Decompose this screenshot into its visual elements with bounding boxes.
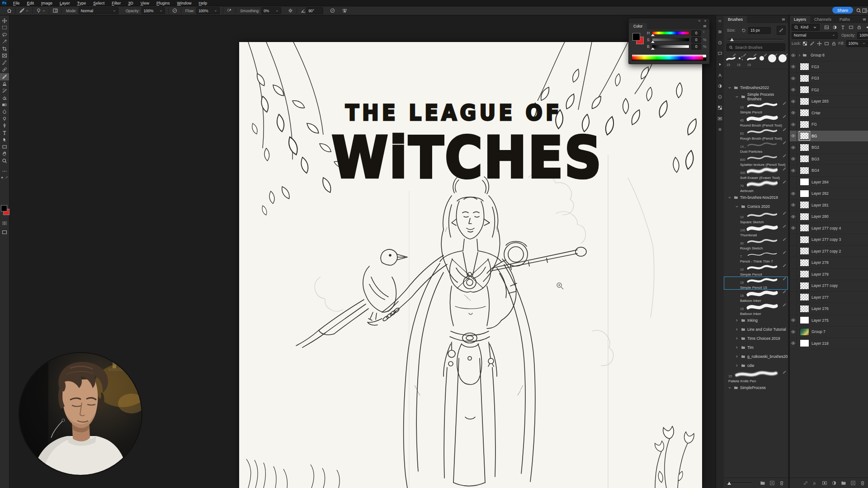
paint-symmetry-icon[interactable] xyxy=(342,8,348,14)
brush-folder-tim[interactable]: Tim xyxy=(724,343,788,352)
close-panel-icon[interactable] xyxy=(703,19,707,23)
flagged-filter-icon[interactable] xyxy=(865,25,868,30)
layer-visibility-toggle[interactable] xyxy=(790,165,797,176)
layer-row-bg2[interactable]: BG2 xyxy=(790,142,868,154)
layer-row-layer-279[interactable]: Layer 279 xyxy=(790,269,868,281)
layer-row-layer-284[interactable]: Layer 284 xyxy=(790,177,868,188)
preview-size-slider[interactable] xyxy=(726,480,752,486)
brush-folder-g-rutkowski-brushes201[interactable]: g_rutkowski_brushes201... xyxy=(724,352,788,361)
layer-visibility-toggle[interactable] xyxy=(790,96,797,107)
collapse-panel-icon[interactable] xyxy=(698,19,701,23)
hand-tool[interactable] xyxy=(0,150,9,158)
layer-row-group-7[interactable]: Group 7 xyxy=(790,326,868,338)
menu-view[interactable]: View xyxy=(137,1,153,5)
color-spectrum-ramp[interactable] xyxy=(632,54,707,61)
character-icon[interactable] xyxy=(716,70,724,80)
chevron-down-icon[interactable] xyxy=(727,385,732,390)
layer-row-layer-281[interactable]: Layer 281 xyxy=(790,200,868,211)
menu-window[interactable]: Window xyxy=(174,1,195,5)
layer-visibility-toggle[interactable] xyxy=(790,338,797,349)
color-slider-h[interactable]: H 0 ° xyxy=(647,30,707,36)
layer-row-fg3[interactable]: FG3 xyxy=(790,73,868,84)
chevron-right-icon[interactable] xyxy=(735,354,739,359)
brush-folder-line-and-color-tutorial[interactable]: Line and Color Tutorial xyxy=(724,325,788,334)
opacity-field[interactable]: 100% xyxy=(142,7,165,14)
slider-value[interactable]: 0 xyxy=(691,37,701,43)
slider-track[interactable] xyxy=(652,45,689,48)
layer-thumbnail[interactable] xyxy=(800,247,809,255)
path-selection-tool[interactable] xyxy=(0,136,9,144)
recent-brush-3[interactable]: 15 xyxy=(746,53,756,67)
brush-size-field[interactable]: 15 px xyxy=(748,27,771,34)
tab-paths[interactable]: Paths xyxy=(835,16,854,23)
brush-angle-field[interactable]: 90° xyxy=(306,7,323,14)
marquee-tool[interactable] xyxy=(0,24,9,32)
layer-row-group-8[interactable]: Group 8 xyxy=(790,50,868,61)
brush-simple-pencil[interactable]: 10 Simple Pencil xyxy=(724,263,788,277)
layer-row-fg2[interactable]: FG2 xyxy=(790,84,868,96)
brush-pallete-knife-pen[interactable]: 15 Pallete Knife Pen xyxy=(724,370,788,383)
chevron-right-icon[interactable] xyxy=(797,53,802,57)
airbrush-icon[interactable] xyxy=(226,8,232,14)
brush-tool[interactable] xyxy=(0,73,9,80)
layer-thumbnail[interactable] xyxy=(800,98,809,105)
slider-thumb[interactable] xyxy=(651,34,655,36)
brush-folder-timbrushes2022[interactable]: TimBrushes2022 xyxy=(724,83,788,92)
layer-thumbnail[interactable] xyxy=(800,236,809,244)
brush-folder-tims-choices-2019[interactable]: Tims Choices 2019 xyxy=(724,334,788,343)
workspace-chevron-icon[interactable] xyxy=(865,9,868,13)
chevron-down-icon[interactable] xyxy=(735,204,739,209)
layer-row-layer-278[interactable]: Layer 278 xyxy=(790,257,868,269)
gradient-tool[interactable] xyxy=(0,101,9,108)
layer-visibility-toggle[interactable] xyxy=(790,188,797,199)
brush-folder-simple-process-brushes[interactable]: Simple Process Brushes xyxy=(724,92,788,101)
brush-folder-tim-brushes-nov2019[interactable]: Tim-brushes-Nov2019 xyxy=(724,193,788,202)
layer-thumbnail[interactable] xyxy=(800,144,809,151)
brush-airbrush[interactable]: 70 Airbrush xyxy=(724,180,788,193)
shape-layers-filter-icon[interactable] xyxy=(849,25,854,30)
layer-row-layer-277-copy-4[interactable]: Layer 277 copy 4 xyxy=(790,223,868,235)
brush-rough-sketch[interactable]: 30 Rough Sketch xyxy=(724,237,788,250)
slider-thumb[interactable] xyxy=(651,47,655,50)
menu-3d[interactable]: 3D xyxy=(124,1,137,5)
layer-thumbnail[interactable] xyxy=(800,75,809,82)
layer-visibility-toggle[interactable] xyxy=(790,119,797,130)
tab-layers[interactable]: Layers xyxy=(790,16,810,23)
delete-layer-icon[interactable] xyxy=(860,480,865,486)
add-adjustment-layer-icon[interactable] xyxy=(831,480,837,486)
layer-row-layer-276[interactable]: Layer 276 xyxy=(790,303,868,315)
slider-track[interactable] xyxy=(652,38,689,42)
chevron-down-icon[interactable] xyxy=(735,94,739,99)
layer-opacity-field[interactable]: 100% xyxy=(857,32,868,39)
layer-visibility-toggle[interactable] xyxy=(790,108,797,119)
layer-filter-select[interactable]: Kind xyxy=(792,24,820,31)
menu-file[interactable]: File xyxy=(9,1,24,5)
layer-row-bg[interactable]: BG xyxy=(790,131,868,142)
properties-icon[interactable] xyxy=(716,26,724,37)
slider-value[interactable]: 0 xyxy=(691,30,701,36)
recent-brush-2[interactable]: 15 xyxy=(736,53,746,67)
flow-field[interactable]: 100% xyxy=(196,7,220,14)
brush-dust-particles[interactable]: 14... Dust Particles xyxy=(724,141,788,154)
reset-size-icon[interactable] xyxy=(741,28,746,33)
patterns-icon[interactable] xyxy=(716,102,724,113)
layer-visibility-toggle[interactable] xyxy=(790,234,797,245)
layer-thumbnail[interactable] xyxy=(800,155,809,163)
layer-visibility-toggle[interactable] xyxy=(790,326,797,338)
brush-folder-cdw[interactable]: cdw xyxy=(724,361,788,370)
dodge-tool[interactable] xyxy=(0,115,9,122)
layer-row-layer-277-copy-3[interactable]: Layer 277 copy 3 xyxy=(790,234,868,246)
menu-plugins[interactable]: Plugins xyxy=(153,1,174,5)
menu-image[interactable]: Image xyxy=(38,1,56,5)
recent-brush-5[interactable] xyxy=(767,53,777,67)
color-slider-s[interactable]: S 0 % xyxy=(647,37,707,43)
layer-visibility-toggle[interactable] xyxy=(790,84,797,96)
lock-paint-icon[interactable] xyxy=(810,41,815,46)
menu-edit[interactable]: Edit xyxy=(24,1,38,5)
brush-soft-eraser-eraser-tool[interactable]: 300 Soft Eraser (Eraser Tool) xyxy=(724,167,788,180)
masks-icon[interactable] xyxy=(716,113,724,124)
layer-visibility-toggle[interactable] xyxy=(790,61,797,73)
layer-visibility-toggle[interactable] xyxy=(790,246,797,257)
menu-select[interactable]: Select xyxy=(90,1,108,5)
chevron-right-icon[interactable] xyxy=(735,345,739,350)
